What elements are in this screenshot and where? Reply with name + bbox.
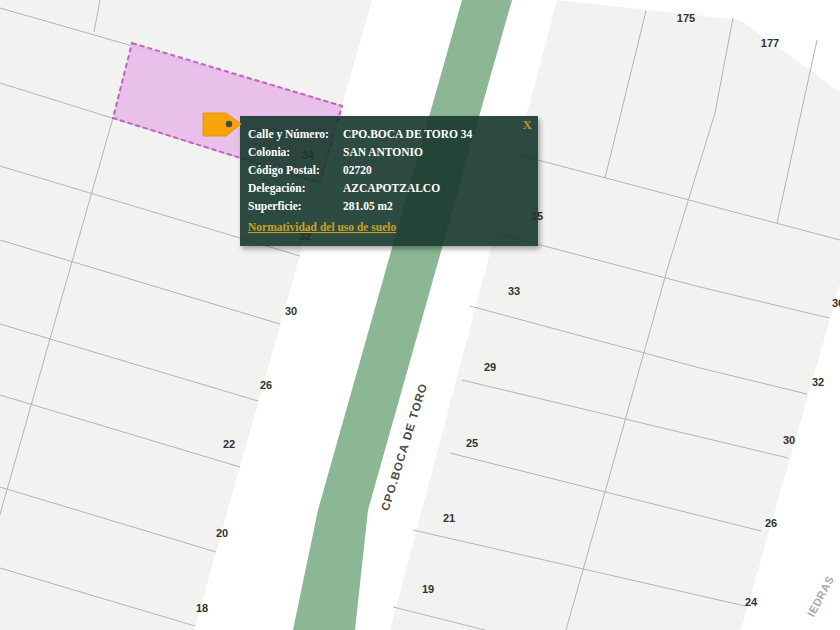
parcel-number-label: 22 [223, 438, 235, 450]
popup-row: Colonia: SAN ANTONIO [248, 143, 530, 161]
map-viewer: 175 177 35 33 29 25 21 19 30 26 22 20 18… [0, 0, 840, 630]
street-name-label-partial: IEDRAS [805, 574, 837, 619]
field-value: 281.05 m2 [343, 197, 530, 215]
field-label: Calle y Número: [248, 125, 343, 143]
parcel-info-popup: X Calle y Número: CPO.BOCA DE TORO 34 Co… [240, 116, 538, 246]
close-icon[interactable]: X [523, 117, 532, 133]
parcel-number-label: 21 [443, 512, 455, 524]
parcel-number-label: 33 [508, 285, 520, 297]
parcel-number-label: 30 [783, 434, 795, 446]
parcel-number-label: 19 [422, 583, 434, 595]
parcel-number-label: 177 [761, 37, 779, 49]
parcel-number-label: 26 [765, 517, 777, 529]
parcel-number-label: 25 [466, 437, 478, 449]
field-value: 02720 [343, 161, 530, 179]
land-use-normativity-link[interactable]: Normatividad del uso de suelo [248, 218, 396, 236]
parcel-number-label: 36 [832, 297, 840, 309]
popup-row: Calle y Número: CPO.BOCA DE TORO 34 [248, 125, 530, 143]
parcel-number-label: 18 [196, 602, 208, 614]
parcel-number-label: 32 [812, 376, 824, 388]
parcel-number-label: 24 [745, 596, 758, 608]
field-label: Código Postal: [248, 161, 343, 179]
popup-row: Superficie: 281.05 m2 [248, 197, 530, 215]
field-label: Delegación: [248, 179, 343, 197]
field-label: Colonia: [248, 143, 343, 161]
field-value: SAN ANTONIO [343, 143, 530, 161]
parcel-number-label: 30 [285, 305, 297, 317]
parcel-number-label: 26 [260, 379, 272, 391]
field-value: CPO.BOCA DE TORO 34 [343, 125, 530, 143]
field-value: AZCAPOTZALCO [343, 179, 530, 197]
parcel-number-label: 29 [484, 361, 496, 373]
field-label: Superficie: [248, 197, 343, 215]
map-canvas[interactable]: 175 177 35 33 29 25 21 19 30 26 22 20 18… [0, 0, 840, 630]
parcel-number-label: 175 [677, 12, 695, 24]
popup-row: Código Postal: 02720 [248, 161, 530, 179]
parcel-number-label: 20 [216, 527, 228, 539]
popup-row: Delegación: AZCAPOTZALCO [248, 179, 530, 197]
